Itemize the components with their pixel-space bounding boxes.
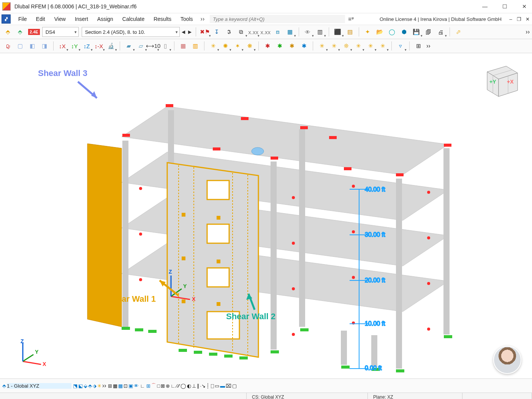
menu-insert[interactable]: Insert [70, 14, 93, 24]
mdi-restore[interactable]: ❐ [516, 16, 522, 22]
mdi-close[interactable]: ✕ [524, 16, 530, 22]
menu-edit[interactable]: Edit [32, 14, 50, 24]
snap-node-icon[interactable]: ·↘ [200, 383, 206, 389]
support1-icon[interactable]: ✳ [207, 40, 219, 52]
render-icon[interactable]: ◨ [39, 40, 50, 52]
menu-overflow-icon[interactable]: ›› [198, 16, 208, 22]
iso-icon[interactable]: ▦ [284, 26, 296, 38]
save-icon[interactable]: 💾 [411, 26, 422, 38]
surface-icon[interactable]: ▱ [135, 40, 147, 52]
menu-file[interactable]: File [14, 14, 32, 24]
support2-icon[interactable]: ✺ [220, 40, 231, 52]
open-icon[interactable]: 📂 [374, 26, 386, 38]
show-loads-icon[interactable]: ↧ [211, 26, 223, 38]
grid4-icon[interactable]: ⊡ [124, 383, 128, 389]
ucs3-icon[interactable]: ⬙ [84, 383, 87, 389]
support3-icon[interactable]: ✶ [232, 40, 243, 52]
solid-icon[interactable]: ◧ [27, 40, 38, 52]
result-diagram-icon[interactable]: ⧉ [236, 26, 247, 38]
release6-icon[interactable]: ✳ [377, 40, 388, 52]
transparency-icon[interactable]: ▥ [314, 26, 326, 38]
snap-circle-icon[interactable]: ◯ [180, 383, 186, 389]
menu-calculate[interactable]: Calculate [118, 14, 149, 24]
hinge3-icon[interactable]: ✱ [286, 40, 298, 52]
clip-box-icon[interactable]: ▤ [344, 26, 356, 38]
snap-int-icon[interactable]: ⊗ [166, 383, 170, 389]
microscope-icon[interactable]: 🔬 [105, 40, 117, 52]
release3-icon[interactable]: ❊ [340, 40, 352, 52]
workplane-select[interactable]: 1 - Global XYZ [7, 383, 71, 389]
search-input[interactable] [210, 15, 345, 23]
load-combo2-icon[interactable]: ⬘ [14, 26, 26, 38]
load-tag[interactable]: 2.4E [28, 29, 40, 35]
mdi-minimize[interactable]: – [508, 16, 514, 22]
guide5-icon[interactable]: ▢ [232, 383, 237, 389]
hinge1-icon[interactable]: ✱ [262, 40, 273, 52]
next-load-button[interactable]: ▶ [187, 29, 193, 35]
axis-x-icon[interactable]: ↕X [57, 40, 68, 52]
ortho-icon[interactable]: ∟ [171, 383, 176, 389]
search-options-icon[interactable]: ≡ᵠ [348, 16, 354, 22]
grid2-icon[interactable]: ▦ [113, 383, 117, 389]
snap-tangent-icon[interactable]: ◐ [187, 383, 191, 389]
guide4-icon[interactable]: ⌧ [226, 383, 231, 389]
load-combo-icon[interactable]: ⬘ [2, 26, 14, 38]
grid6-icon[interactable]: 👁 [134, 383, 139, 389]
block-icon[interactable]: ⬢ [399, 26, 410, 38]
menu-view[interactable]: View [50, 14, 70, 24]
result-beams-icon[interactable]: 𝕴 [223, 26, 235, 38]
load-case-select[interactable]: Section 2.4 (ASD), 8. to 10. [82, 27, 180, 37]
dimension-icon[interactable]: ⟷10 [147, 40, 159, 52]
toolbar-overflow-1[interactable]: ›› [526, 28, 530, 35]
smooth-icon[interactable]: ⧈ [272, 26, 283, 38]
snap-end-icon[interactable]: □ [157, 383, 160, 389]
snap-mid-icon[interactable]: ⊠ [161, 383, 165, 389]
clip-plane-icon[interactable]: ⬛ [332, 26, 344, 38]
member-icon[interactable]: ▰ [123, 40, 135, 52]
section-icon[interactable]: ▯ [160, 40, 171, 52]
ucs5-icon[interactable]: ⬗ [93, 383, 97, 389]
menu-assign[interactable]: Assign [93, 14, 118, 24]
angle-icon[interactable]: ∟ [140, 383, 145, 389]
grid1-icon[interactable]: ⊞ [108, 383, 112, 389]
release1-icon[interactable]: ✳ [316, 40, 328, 52]
snap-guide-icon[interactable]: ┊ [206, 383, 209, 389]
brand-logo[interactable]: ▞ [2, 14, 11, 24]
prev-load-button[interactable]: ◀ [180, 29, 186, 35]
grid-toggle-icon[interactable]: ⊞ [413, 40, 424, 52]
release2-icon[interactable]: ✳ [328, 40, 340, 52]
mesh1-icon[interactable]: ▦ [177, 40, 189, 52]
guide1-icon[interactable]: ⎕ [211, 383, 214, 389]
minimize-button[interactable]: — [480, 3, 490, 10]
saveas-icon[interactable]: 🗐 [423, 26, 434, 38]
new-model-icon[interactable]: ✦ [362, 26, 374, 38]
navigation-cube[interactable]: +X +Y [480, 59, 521, 100]
model-viewport[interactable]: X Y Z 40.00 ft 30.00 ft 20.00 ft 10.00 f… [0, 53, 532, 378]
toolbar-overflow-2[interactable]: ›› [426, 43, 431, 49]
snap-magnet-icon[interactable]: ⌒ [151, 382, 156, 389]
ucs4-icon[interactable]: ⬘ [88, 383, 92, 389]
axis-neg-icon[interactable]: ↕-X [93, 40, 104, 52]
snap-dline-icon[interactable]: ⁄⁄ [178, 383, 179, 389]
wireframe-icon[interactable]: ▢ [14, 40, 26, 52]
snap-line-icon[interactable]: ∕ [176, 383, 177, 389]
menu-results[interactable]: Results [149, 14, 176, 24]
axis-z-icon[interactable]: ↕Z [81, 40, 92, 52]
maximize-button[interactable]: ☐ [499, 3, 510, 10]
result-values-icon[interactable]: x.xx [248, 26, 259, 38]
snap-perp-icon[interactable]: ⊥ [192, 383, 196, 389]
hinge4-icon[interactable]: ✱ [298, 40, 310, 52]
bottom-overflow-1[interactable]: ›› [102, 382, 106, 389]
workplane-icon[interactable]: ⬘ [2, 383, 6, 389]
view-toggle-icon[interactable]: 👁 [302, 26, 314, 38]
grid3-icon[interactable]: ▩ [118, 383, 123, 389]
pointer-icon[interactable]: ⬀ [453, 26, 464, 38]
snap-parallel-icon[interactable]: ∥ [197, 383, 200, 389]
hinge2-icon[interactable]: ✱ [274, 40, 285, 52]
release5-icon[interactable]: ✳ [365, 40, 376, 52]
ucs1-icon[interactable]: ⬔ [73, 383, 78, 389]
zoom-refresh-icon[interactable]: Ꝙ [2, 40, 14, 52]
close-button[interactable]: ✕ [519, 3, 530, 10]
support4-icon[interactable]: ❋ [244, 40, 255, 52]
snap-grid-icon[interactable]: ⊞ [146, 383, 150, 389]
